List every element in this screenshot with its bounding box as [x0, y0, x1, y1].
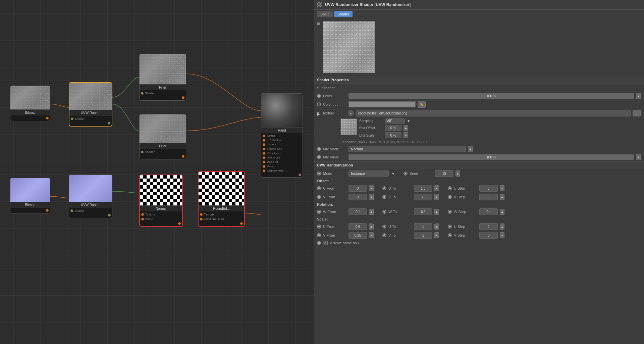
texture-name[interactable]: concrete test_diffuseOriginal.png	[356, 110, 631, 116]
mix-value-radio[interactable]	[317, 155, 321, 159]
level-stepper-up[interactable]: ▲	[636, 93, 641, 99]
mode-chevron[interactable]: ▼	[391, 172, 395, 176]
output-socket[interactable]	[182, 96, 184, 99]
sv-step-radio[interactable]	[448, 233, 452, 237]
vscale-radio[interactable]	[317, 241, 321, 245]
v-from-stepper[interactable]: ▲	[369, 194, 374, 200]
tab-basic[interactable]: Basic	[317, 11, 333, 17]
output-socket[interactable]	[108, 122, 110, 125]
mix-mode-dropdown[interactable]: Normal	[348, 146, 466, 152]
sv-from-value[interactable]: 0.35	[348, 232, 367, 239]
su-to-stepper[interactable]: ▲	[434, 224, 439, 230]
mix-mode-radio[interactable]	[317, 147, 321, 151]
mix-value-stepper[interactable]: ▲	[636, 154, 641, 160]
w-to-stepper[interactable]: ▲	[434, 209, 439, 215]
v-from-radio[interactable]	[317, 195, 321, 199]
w-from-value[interactable]: 0 °	[348, 208, 367, 215]
sv-to-radio[interactable]	[382, 233, 386, 237]
node-editor[interactable]: Bitmap UVW Rand... Shader Filter	[0, 0, 314, 344]
sv-from-stepper[interactable]: ▲	[369, 232, 374, 238]
su-to-value[interactable]: 1	[414, 223, 432, 230]
sampling-chevron[interactable]: ▼	[407, 119, 410, 123]
vscale-checkbox[interactable]: ✓	[323, 241, 328, 245]
input-displacement-socket[interactable]	[263, 169, 265, 172]
input-texture-socket[interactable]	[263, 143, 265, 146]
w-from-radio[interactable]	[317, 210, 321, 214]
input-socket[interactable]	[141, 151, 144, 153]
input-anisotropy-socket[interactable]	[263, 156, 265, 159]
w-from-stepper[interactable]: ▲	[369, 209, 374, 215]
output-socket2[interactable]	[46, 209, 49, 212]
sv-to-stepper[interactable]: ▲	[434, 232, 439, 238]
node-rand1[interactable]: Rand Diffuse + Reflection Texture Fresne…	[261, 93, 303, 178]
sampling-dropdown[interactable]: MIP	[385, 118, 405, 124]
node-normal1[interactable]: Normal Texture Bump	[139, 175, 183, 227]
input-socket[interactable]	[71, 117, 73, 120]
sv-step-value[interactable]: 0	[479, 232, 498, 239]
input-socket[interactable]	[141, 92, 144, 95]
output-rand-socket[interactable]	[299, 174, 301, 176]
su-from-stepper[interactable]: ▲	[369, 224, 374, 230]
v-to-stepper[interactable]: ▲	[434, 194, 439, 200]
output-socket[interactable]	[46, 117, 49, 119]
input-fresnel-socket[interactable]	[263, 148, 265, 150]
v-to-value[interactable]: 3.6	[414, 194, 432, 200]
su-from-radio[interactable]	[317, 225, 321, 229]
mode-radio[interactable]	[317, 171, 321, 176]
sv-to-value[interactable]: 1	[414, 232, 432, 239]
blur-scale-stepper[interactable]: ▲	[404, 132, 408, 138]
input-texture-socket-n[interactable]	[141, 213, 144, 216]
input-bump-socket[interactable]	[263, 165, 265, 168]
output-socket-r[interactable]	[240, 222, 243, 225]
v-step-radio[interactable]	[448, 195, 452, 199]
v-step-value[interactable]: 0	[479, 194, 498, 200]
su-to-radio[interactable]	[382, 225, 386, 229]
u-step-radio[interactable]	[448, 186, 452, 190]
node-filter2[interactable]: Filter Shader	[139, 114, 186, 159]
su-step-radio[interactable]	[448, 225, 452, 229]
input-addbump-socket-r[interactable]	[200, 218, 203, 220]
u-step-stepper[interactable]: ▲	[500, 185, 504, 191]
w-step-value[interactable]: 0 °	[479, 208, 498, 215]
color-picker-btn[interactable]: ✏️	[418, 101, 426, 108]
v-step-stepper[interactable]: ▲	[500, 194, 504, 200]
input-reflection-socket[interactable]	[263, 139, 265, 142]
node-uvw-rand2[interactable]: UVW Rand... Shader	[69, 175, 112, 218]
w-step-stepper[interactable]: ▲	[500, 209, 504, 215]
input-socket2[interactable]	[70, 209, 73, 212]
su-step-stepper[interactable]: ▲	[500, 224, 504, 230]
u-to-value[interactable]: 1.3	[414, 185, 432, 192]
color-swatch[interactable]	[348, 101, 416, 107]
texture-toggle[interactable]: ●	[348, 110, 354, 116]
w-step-radio[interactable]	[448, 210, 452, 214]
seed-value[interactable]: 18	[435, 170, 453, 177]
input-diffuse-socket[interactable]	[263, 135, 265, 137]
level-slider[interactable]: 100 %	[348, 93, 634, 99]
texture-open-btn[interactable]: …	[633, 110, 641, 116]
mix-mode-stepper[interactable]: ▲	[468, 146, 473, 152]
node-rounded1[interactable]: RoundEd... Texture Additional bum...	[198, 171, 245, 227]
v-to-radio[interactable]	[382, 195, 386, 199]
w-to-value[interactable]: 0 °	[414, 208, 432, 215]
seed-stepper[interactable]: ▲	[455, 170, 460, 177]
blur-offset-stepper[interactable]: ▲	[404, 125, 408, 131]
output-socket2[interactable]	[108, 214, 111, 216]
tab-shader[interactable]: Shader	[334, 11, 353, 17]
node-bitmap2[interactable]: Bitmap	[10, 178, 50, 213]
sv-from-radio[interactable]	[317, 233, 321, 237]
u-from-stepper[interactable]: ▲	[369, 185, 374, 191]
node-uvw-rand1[interactable]: UVW Rand... Shader	[69, 82, 112, 127]
u-to-radio[interactable]	[382, 186, 386, 190]
node-bitmap1[interactable]: Bitmap	[10, 86, 50, 121]
input-aniso-rot-socket[interactable]	[263, 161, 265, 163]
node-filter1[interactable]: Filter Shader	[139, 54, 186, 101]
seed-radio[interactable]	[404, 171, 408, 176]
blur-scale-value[interactable]: 0 %	[385, 132, 401, 138]
su-from-value[interactable]: 0.6	[348, 223, 367, 230]
input-glossiness-socket[interactable]	[263, 152, 265, 155]
level-radio[interactable]	[317, 94, 321, 98]
u-to-stepper[interactable]: ▲	[434, 185, 439, 191]
color-radio[interactable]	[317, 102, 321, 106]
u-from-radio[interactable]	[317, 186, 321, 190]
input-bump-socket-n[interactable]	[141, 218, 144, 220]
